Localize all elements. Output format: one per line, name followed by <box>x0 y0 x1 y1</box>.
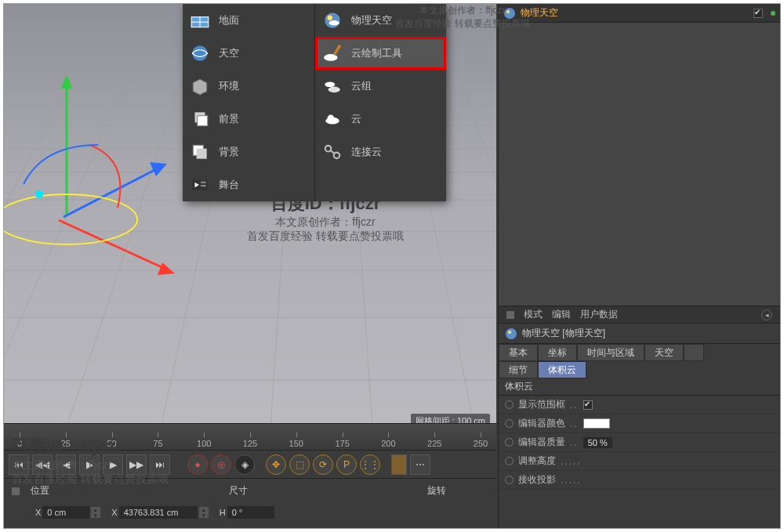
tab-coord[interactable]: 坐标 <box>538 344 577 361</box>
show-bounds-checkbox[interactable] <box>583 400 593 410</box>
tab-volcloud[interactable]: 体积云 <box>538 361 586 378</box>
key-rot-button[interactable]: ⟳ <box>313 454 333 475</box>
svg-marker-19 <box>158 262 175 275</box>
size-label: 尺寸 <box>229 484 248 498</box>
options-button[interactable]: ⋯ <box>410 454 430 475</box>
prev-frame-button[interactable]: ◀ <box>56 454 76 475</box>
prop-show-bounds: 显示范围框.. <box>499 396 780 414</box>
attribute-menu-bar: 模式 编辑 用户数据 ◂ <box>499 306 780 324</box>
cloud-icon <box>321 108 343 130</box>
svg-point-22 <box>4 194 137 244</box>
key-param-button[interactable]: P <box>336 454 357 475</box>
mode-menu[interactable]: 模式 <box>524 308 543 321</box>
menu-floor[interactable]: 地面 <box>183 4 314 37</box>
section-title: 体积云 <box>499 378 780 396</box>
tab-time[interactable]: 时间与区域 <box>577 344 644 361</box>
svg-point-49 <box>506 10 510 13</box>
transport-bar: ⏮ ◀◀ ◀ ▶ ▶ ▶▶ ⏭ ● ◎ ◈ ✥ ⬚ ⟳ P ⋮⋮ ⋯ <box>4 450 496 478</box>
object-name[interactable]: 物理天空 <box>521 6 558 20</box>
rot-h-input[interactable]: 0 ° <box>227 506 274 519</box>
svg-point-40 <box>338 45 341 48</box>
prop-editor-quality: 编辑器质量.. 50 % <box>499 433 780 452</box>
next-frame-button[interactable]: ▶ <box>103 454 123 475</box>
attr-tabs: 基本 坐标 时间与区域 天空 <box>499 344 780 361</box>
psky-icon <box>503 7 516 20</box>
autokey-button[interactable]: ◎ <box>211 454 231 475</box>
svg-rect-29 <box>198 116 208 126</box>
prev-key-button[interactable]: ◀◀ <box>32 454 53 475</box>
nav-back-icon[interactable]: ◂ <box>761 309 772 320</box>
menu-connect-cloud[interactable]: 连接云 <box>315 136 446 168</box>
key-scale-button[interactable]: ⬚ <box>289 454 310 475</box>
anim-dot-icon[interactable] <box>505 400 514 409</box>
visibility-toggle[interactable] <box>753 9 763 18</box>
color-swatch[interactable] <box>583 418 610 429</box>
prop-adjust-height: 调整高度..... <box>499 452 780 471</box>
keyframe-button[interactable]: ◈ <box>234 454 255 475</box>
key-pos-button[interactable]: ✥ <box>266 454 286 475</box>
svg-point-48 <box>504 8 515 19</box>
menu-foreground[interactable]: 前景 <box>183 103 314 136</box>
anim-dot-icon[interactable] <box>505 457 514 465</box>
svg-line-15 <box>459 74 496 427</box>
anim-dot-icon[interactable] <box>505 419 514 428</box>
menu-sky[interactable]: 天空 <box>183 37 314 70</box>
svg-marker-17 <box>61 74 72 89</box>
svg-point-42 <box>328 87 340 93</box>
object-manager-header: 物理天空 <box>499 4 780 23</box>
status-dot-icon <box>771 11 775 16</box>
menu-cloud[interactable]: 云 <box>315 103 446 136</box>
floor-icon <box>189 9 211 31</box>
svg-rect-35 <box>201 185 206 186</box>
menu-environment[interactable]: 环境 <box>183 70 314 103</box>
menu-cloud-group[interactable]: 云组 <box>315 70 446 103</box>
cloudtool-icon <box>321 42 343 64</box>
stage-icon <box>189 174 211 196</box>
marker-button[interactable] <box>391 454 407 475</box>
timeline[interactable]: 0255075100125150175200225250 <box>4 423 496 450</box>
key-pla-button[interactable]: ⋮⋮ <box>360 454 380 475</box>
next-key-button[interactable]: ▶▶ <box>126 454 147 475</box>
anim-dot-icon[interactable] <box>505 476 514 484</box>
goto-end-button[interactable]: ⏭ <box>150 454 170 475</box>
svg-point-23 <box>35 190 43 198</box>
size-x-input[interactable]: 43763.831 cm <box>119 506 198 519</box>
pos-stepper[interactable]: ▴▾ <box>91 507 100 518</box>
prop-editor-color: 编辑器颜色.. <box>499 414 780 433</box>
menu-icon[interactable] <box>506 311 514 319</box>
object-tree[interactable] <box>499 23 780 306</box>
userdata-menu[interactable]: 用户数据 <box>580 308 618 321</box>
svg-point-41 <box>325 82 335 88</box>
tab-more[interactable] <box>684 344 704 361</box>
cloudgrp-icon <box>321 75 343 97</box>
menu-icon[interactable] <box>12 487 20 495</box>
svg-line-18 <box>59 220 169 270</box>
quality-input[interactable]: 50 % <box>583 437 612 448</box>
app-frame: 网格间距 : 100 cm 地面 天空 环境 前景 背景 舞台 物理天空 云绘制… <box>3 3 781 529</box>
attr-object-header: 物理天空 [物理天空] <box>499 324 780 344</box>
tab-basic[interactable]: 基本 <box>499 344 538 361</box>
menu-stage[interactable]: 舞台 <box>183 168 314 201</box>
tab-detail[interactable]: 细节 <box>499 361 538 378</box>
attribute-panel: 物理天空 模式 编辑 用户数据 ◂ 物理天空 [物理天空] 基本 坐标 时间与区… <box>498 4 780 528</box>
svg-point-36 <box>325 13 340 28</box>
size-stepper[interactable]: ▴▾ <box>199 507 209 518</box>
anim-dot-icon[interactable] <box>505 438 514 447</box>
play-button[interactable]: ▶ <box>79 454 100 475</box>
svg-point-37 <box>328 16 333 21</box>
svg-rect-31 <box>197 149 207 159</box>
menu-cloud-paint-tool[interactable]: 云绘制工具 <box>315 37 446 70</box>
menu-physical-sky[interactable]: 物理天空 <box>315 4 446 37</box>
tab-sky[interactable]: 天空 <box>644 344 684 361</box>
edit-menu[interactable]: 编辑 <box>552 308 571 321</box>
svg-line-8 <box>4 74 74 427</box>
rot-label: 旋转 <box>427 484 446 498</box>
env-icon <box>189 75 211 97</box>
svg-point-38 <box>329 20 339 26</box>
svg-point-50 <box>506 328 517 339</box>
pos-x-input[interactable]: 0 cm <box>42 506 89 519</box>
record-button[interactable]: ● <box>187 454 208 475</box>
goto-start-button[interactable]: ⏮ <box>9 454 29 475</box>
menu-background[interactable]: 背景 <box>183 136 314 168</box>
svg-point-44 <box>328 115 335 122</box>
